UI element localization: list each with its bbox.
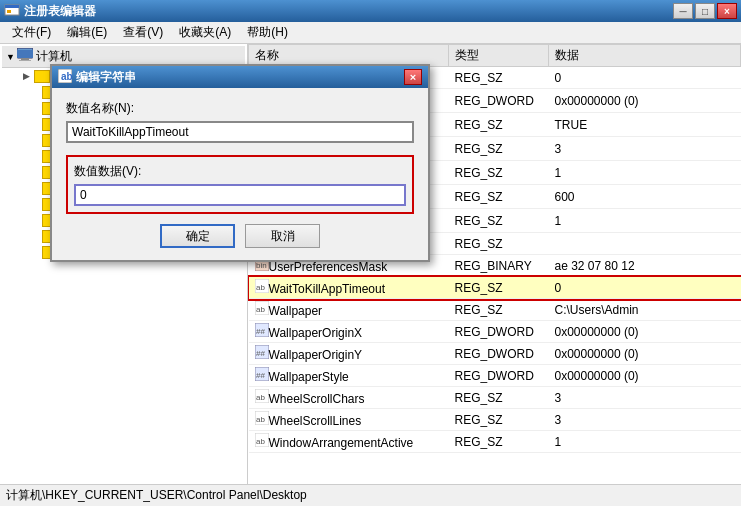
cell-type: REG_SZ (449, 67, 549, 89)
cell-type: REG_SZ (449, 233, 549, 255)
svg-text:##: ## (256, 327, 265, 336)
table-row[interactable]: abWaitToKillAppTimeout REG_SZ 0 (249, 277, 741, 299)
svg-rect-5 (21, 58, 29, 60)
cell-type: REG_SZ (449, 409, 549, 431)
computer-icon (17, 48, 33, 65)
svg-rect-4 (17, 50, 33, 58)
svg-rect-6 (19, 60, 31, 61)
cell-type: REG_DWORD (449, 321, 549, 343)
svg-text:ab: ab (61, 71, 72, 82)
cell-type: REG_SZ (449, 387, 549, 409)
cell-name: abWheelScrollChars (249, 387, 449, 409)
value-box: 数值数据(V): (66, 155, 414, 214)
minimize-button[interactable]: ─ (673, 3, 693, 19)
cell-data: 3 (549, 409, 741, 431)
cell-name: abWallpaper (249, 299, 449, 321)
dialog-title-bar: ab 编辑字符串 × (52, 66, 428, 88)
menu-edit[interactable]: 编辑(E) (59, 22, 115, 43)
cell-data: 0x00000000 (0) (549, 321, 741, 343)
cell-type: REG_SZ (449, 431, 549, 453)
name-input[interactable] (66, 121, 414, 143)
cell-data: 3 (549, 387, 741, 409)
dialog-body: 数值名称(N): 数值数据(V): 确定 取消 (52, 88, 428, 260)
cell-type: REG_SZ (449, 185, 549, 209)
menu-favorites[interactable]: 收藏夹(A) (171, 22, 239, 43)
svg-text:ab: ab (256, 393, 265, 402)
cell-data: 0x00000000 (0) (549, 89, 741, 113)
cell-name: ##WallpaperOriginX (249, 321, 449, 343)
table-row[interactable]: abWallpaper REG_SZ C:\Users\Admin (249, 299, 741, 321)
reg-type-icon: bin (255, 260, 269, 274)
app-icon (4, 3, 20, 19)
svg-text:##: ## (256, 371, 265, 380)
edit-string-dialog[interactable]: ab 编辑字符串 × 数值名称(N): 数值数据(V): 确定 取消 (50, 64, 430, 262)
cell-type: REG_SZ (449, 137, 549, 161)
status-text: 计算机\HKEY_CURRENT_USER\Control Panel\Desk… (6, 487, 307, 504)
reg-type-icon: ab (255, 414, 269, 428)
value-label: 数值数据(V): (74, 163, 406, 180)
window-controls: ─ □ × (673, 3, 737, 19)
close-button[interactable]: × (717, 3, 737, 19)
svg-rect-2 (7, 10, 11, 13)
cell-name: ##WallpaperStyle (249, 365, 449, 387)
cell-data: C:\Users\Admin (549, 299, 741, 321)
cell-name: abWaitToKillAppTimeout (249, 277, 449, 299)
cell-type: REG_BINARY (449, 255, 549, 277)
cell-type: REG_SZ (449, 209, 549, 233)
folder-icon (34, 70, 50, 83)
reg-type-icon: ab (255, 392, 269, 406)
cell-data: 1 (549, 161, 741, 185)
table-row[interactable]: ##WallpaperOriginX REG_DWORD 0x00000000 … (249, 321, 741, 343)
cell-data: 0x00000000 (0) (549, 365, 741, 387)
cell-type: REG_DWORD (449, 89, 549, 113)
cell-type: REG_SZ (449, 113, 549, 137)
reg-type-icon: ## (255, 326, 269, 340)
svg-text:bin: bin (256, 261, 267, 270)
reg-type-icon: ab (255, 436, 269, 450)
name-label: 数值名称(N): (66, 100, 414, 117)
cell-data: TRUE (549, 113, 741, 137)
maximize-button[interactable]: □ (695, 3, 715, 19)
reg-type-icon: ab (255, 282, 269, 296)
hkcr-expand-icon: ▶ (20, 70, 32, 82)
cell-name: abWheelScrollLines (249, 409, 449, 431)
cell-data: 1 (549, 209, 741, 233)
table-row[interactable]: abWheelScrollLines REG_SZ 3 (249, 409, 741, 431)
table-row[interactable]: abWindowArrangementActive REG_SZ 1 (249, 431, 741, 453)
reg-type-icon: ## (255, 348, 269, 362)
svg-text:ab: ab (256, 305, 265, 314)
menu-help[interactable]: 帮助(H) (239, 22, 296, 43)
table-row[interactable]: ##WallpaperOriginY REG_DWORD 0x00000000 … (249, 343, 741, 365)
cell-name: abWindowArrangementActive (249, 431, 449, 453)
computer-label[interactable]: 计算机 (36, 48, 72, 65)
tree-header-arrow: ▼ (6, 52, 15, 62)
svg-text:ab: ab (256, 437, 265, 446)
cell-data: ae 32 07 80 12 (549, 255, 741, 277)
status-bar: 计算机\HKEY_CURRENT_USER\Control Panel\Desk… (0, 484, 741, 506)
cancel-button[interactable]: 取消 (245, 224, 320, 248)
svg-text:ab: ab (256, 283, 265, 292)
ok-button[interactable]: 确定 (160, 224, 235, 248)
dialog-title-text: 编辑字符串 (76, 69, 136, 86)
cell-type: REG_SZ (449, 277, 549, 299)
cell-data: 3 (549, 137, 741, 161)
cell-type: REG_DWORD (449, 365, 549, 387)
table-row[interactable]: ##WallpaperStyle REG_DWORD 0x00000000 (0… (249, 365, 741, 387)
dialog-title-icon: ab (58, 69, 72, 86)
menu-bar: 文件(F) 编辑(E) 查看(V) 收藏夹(A) 帮助(H) (0, 22, 741, 44)
col-type: 类型 (449, 45, 549, 67)
cell-name: ##WallpaperOriginY (249, 343, 449, 365)
cell-data: 0 (549, 67, 741, 89)
dialog-close-button[interactable]: × (404, 69, 422, 85)
svg-rect-1 (5, 5, 19, 8)
menu-file[interactable]: 文件(F) (4, 22, 59, 43)
dialog-buttons: 确定 取消 (66, 224, 414, 248)
menu-view[interactable]: 查看(V) (115, 22, 171, 43)
title-bar: 注册表编辑器 ─ □ × (0, 0, 741, 22)
value-input[interactable] (74, 184, 406, 206)
cell-type: REG_DWORD (449, 343, 549, 365)
table-row[interactable]: abWheelScrollChars REG_SZ 3 (249, 387, 741, 409)
cell-data: 600 (549, 185, 741, 209)
window-title: 注册表编辑器 (24, 3, 96, 20)
cell-data: 0 (549, 277, 741, 299)
